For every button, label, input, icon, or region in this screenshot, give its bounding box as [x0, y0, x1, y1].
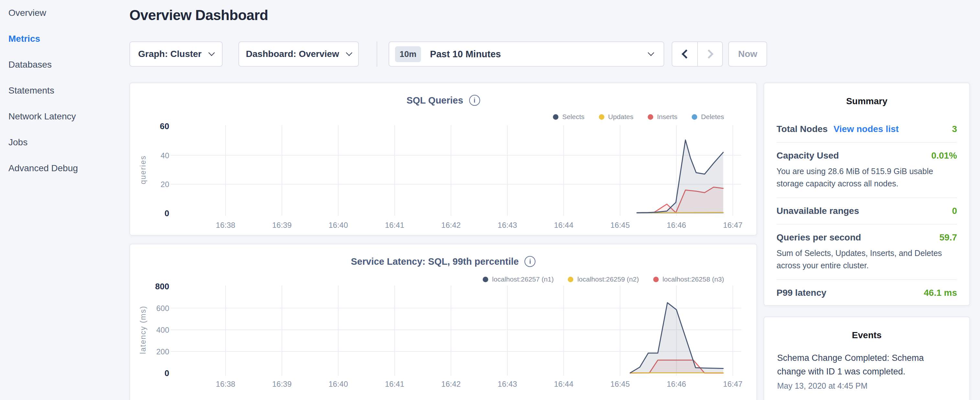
svg-text:16:42: 16:42	[441, 379, 461, 388]
chevron-down-icon	[346, 49, 352, 56]
summary-row-head: Total NodesView nodes list3	[776, 124, 957, 134]
time-range-badge: 10m	[395, 46, 421, 62]
svg-text:60: 60	[160, 121, 169, 131]
graph-dropdown[interactable]: Graph: Cluster	[129, 41, 223, 67]
svg-text:16:40: 16:40	[328, 379, 348, 388]
summary-panel: Summary Total NodesView nodes list3Capac…	[764, 83, 970, 306]
sql-queries-chart[interactable]: 16:3816:3916:4016:4116:4216:4316:4416:45…	[130, 83, 758, 236]
time-step-buttons	[672, 41, 723, 67]
graph-dropdown-label: Graph: Cluster	[138, 49, 202, 59]
svg-text:400: 400	[156, 325, 169, 334]
summary-row-head: Unavailable ranges0	[776, 206, 957, 216]
event-list-item[interactable]: Schema Change Completed: Schema change w…	[777, 351, 956, 390]
svg-text:16:45: 16:45	[610, 379, 630, 388]
events-panel: Events Schema Change Completed: Schema c…	[764, 317, 970, 400]
sidebar-item-advanced-debug[interactable]: Advanced Debug	[0, 155, 129, 181]
svg-text:16:45: 16:45	[610, 221, 630, 229]
sql-queries-card: SQL Queries i SelectsUpdatesInsertsDelet…	[129, 83, 757, 236]
summary-row-head: Capacity Used0.01%	[776, 150, 957, 161]
svg-text:16:43: 16:43	[498, 379, 517, 388]
summary-row-label: Total Nodes	[776, 124, 827, 134]
sidebar-nav: OverviewMetricsDatabasesStatementsNetwor…	[0, 0, 129, 181]
summary-row-description: Sum of Selects, Updates, Inserts, and De…	[776, 247, 947, 271]
svg-text:16:46: 16:46	[667, 221, 686, 229]
chevron-down-icon	[208, 49, 215, 56]
svg-text:16:39: 16:39	[272, 221, 291, 229]
sidebar-item-jobs[interactable]: Jobs	[0, 129, 129, 155]
service-latency-card: Service Latency: SQL, 99th percentile i …	[129, 244, 757, 400]
svg-text:20: 20	[161, 180, 169, 189]
sidebar-item-databases[interactable]: Databases	[0, 52, 129, 78]
events-panel-title: Events	[764, 330, 969, 341]
dashboard-dropdown-label: Dashboard: Overview	[246, 49, 339, 59]
sidebar-item-statements[interactable]: Statements	[0, 78, 129, 104]
view-nodes-list-link[interactable]: View nodes list	[834, 124, 899, 134]
svg-text:16:44: 16:44	[554, 221, 573, 229]
summary-row-label: P99 latency	[776, 288, 826, 298]
sidebar-item-overview[interactable]: Overview	[0, 0, 129, 26]
now-button-label: Now	[738, 49, 757, 59]
svg-text:0: 0	[165, 368, 169, 378]
svg-text:40: 40	[161, 151, 169, 160]
event-timestamp: May 13, 2020 at 4:45 PM	[777, 381, 956, 390]
svg-text:200: 200	[156, 347, 169, 356]
summary-row-queries-per-second: Queries per second59.7Sum of Selects, Up…	[776, 225, 957, 280]
summary-row-p99-latency: P99 latency46.1 ms	[776, 280, 957, 306]
svg-text:16:41: 16:41	[385, 379, 404, 388]
time-range-selector[interactable]: 10m Past 10 Minutes	[388, 41, 664, 67]
summary-row-value: 0.01%	[931, 150, 957, 161]
chevron-down-icon	[648, 49, 654, 56]
svg-text:16:38: 16:38	[216, 221, 235, 229]
page-title: Overview Dashboard	[129, 7, 268, 23]
chevron-left-icon	[681, 49, 690, 59]
summary-row-head: P99 latency46.1 ms	[776, 288, 957, 298]
svg-text:600: 600	[156, 304, 169, 312]
summary-row-value: 3	[952, 124, 957, 134]
controls-divider	[377, 41, 377, 67]
dashboard-dropdown[interactable]: Dashboard: Overview	[239, 41, 359, 67]
now-button[interactable]: Now	[728, 41, 767, 67]
time-range-label: Past 10 Minutes	[430, 49, 501, 59]
svg-text:16:46: 16:46	[667, 379, 686, 388]
event-text: Schema Change Completed: Schema change w…	[777, 351, 926, 379]
svg-text:latency (ms): latency (ms)	[139, 306, 147, 354]
svg-text:16:47: 16:47	[723, 379, 743, 388]
summary-row-value: 59.7	[940, 233, 957, 243]
summary-panel-title: Summary	[764, 96, 969, 107]
summary-row-label: Unavailable ranges	[776, 206, 859, 216]
service-latency-chart[interactable]: 16:3816:3916:4016:4116:4216:4316:4416:45…	[130, 244, 758, 400]
summary-row-head: Queries per second59.7	[776, 233, 957, 243]
summary-row-value: 0	[952, 206, 957, 216]
sidebar-item-network-latency[interactable]: Network Latency	[0, 104, 129, 129]
time-forward-button[interactable]	[697, 42, 722, 66]
svg-text:16:43: 16:43	[498, 221, 517, 229]
svg-text:800: 800	[155, 282, 169, 291]
summary-row-description: You are using 28.6 MiB of 515.9 GiB usab…	[776, 166, 947, 190]
svg-text:16:39: 16:39	[272, 379, 291, 388]
svg-text:16:41: 16:41	[385, 221, 404, 229]
svg-text:16:47: 16:47	[723, 221, 743, 229]
chevron-right-icon	[704, 49, 713, 59]
summary-row-label: Capacity Used	[776, 150, 839, 161]
controls-row: Graph: Cluster Dashboard: Overview 10m P…	[129, 41, 767, 67]
svg-text:16:40: 16:40	[328, 221, 348, 229]
summary-row-unavailable-ranges: Unavailable ranges0	[776, 198, 957, 225]
svg-text:queries: queries	[139, 155, 147, 184]
summary-row-value: 46.1 ms	[924, 288, 957, 298]
time-back-button[interactable]	[672, 42, 697, 66]
summary-row-label: Queries per second	[776, 233, 861, 243]
svg-text:0: 0	[165, 209, 169, 218]
summary-row-capacity-used: Capacity Used0.01%You are using 28.6 MiB…	[776, 143, 957, 198]
sidebar-item-metrics[interactable]: Metrics	[0, 26, 129, 52]
svg-text:16:38: 16:38	[216, 379, 235, 388]
svg-text:16:42: 16:42	[441, 221, 461, 229]
svg-text:16:44: 16:44	[554, 379, 573, 388]
summary-row-total-nodes: Total NodesView nodes list3	[776, 116, 957, 143]
